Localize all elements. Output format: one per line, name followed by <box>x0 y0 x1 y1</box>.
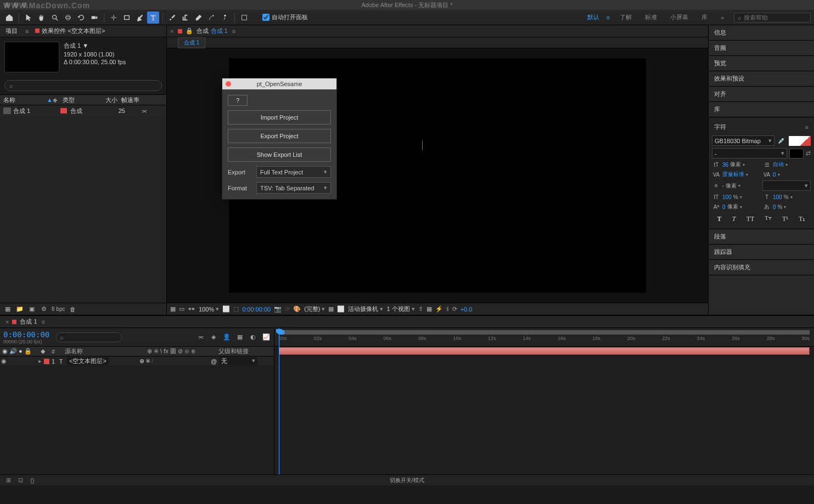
3d-icon[interactable]: 👓 <box>188 305 195 313</box>
search-help-input[interactable] <box>744 14 807 21</box>
workspace-overflow-icon[interactable]: » <box>717 14 727 21</box>
hamburger-icon[interactable]: ≡ <box>42 319 45 325</box>
hscale-value[interactable]: 100 <box>773 194 782 200</box>
sb-icon-2[interactable]: ⊡ <box>16 477 24 484</box>
shy-icon[interactable]: 👤 <box>222 333 231 341</box>
stroke-style-dropdown[interactable]: ▾ <box>762 180 811 191</box>
new-comp-icon[interactable]: ▣ <box>27 305 36 314</box>
traffic-lights[interactable] <box>0 2 27 8</box>
dialog-titlebar[interactable]: pt_OpenSesame <box>222 78 336 89</box>
stroke-width-value[interactable]: - <box>722 183 724 189</box>
panel-audio[interactable]: 音频 <box>709 41 814 56</box>
baseline-value[interactable]: 0 <box>722 204 726 210</box>
draft-3d-icon[interactable]: ◈ <box>209 333 218 341</box>
workspace-tab-standard[interactable]: 标准 <box>642 13 660 21</box>
panel-effects[interactable]: 效果和预设 <box>709 71 814 87</box>
views-dropdown[interactable]: 1 个视图 ▾ <box>386 305 414 313</box>
hamburger-icon[interactable]: ≡ <box>232 28 235 35</box>
camera-dropdown[interactable]: 活动摄像机 ▾ <box>348 305 383 313</box>
grid-icon[interactable]: ▦ <box>170 305 176 313</box>
roto-tool-icon[interactable] <box>206 12 218 24</box>
project-search[interactable]: ⌕ <box>4 80 162 91</box>
channel-icon[interactable]: ⟳ <box>285 305 290 313</box>
current-timecode[interactable]: 0:00:00:00 <box>3 330 49 339</box>
comp-tab[interactable]: 合成 合成 1 <box>197 27 227 35</box>
superscript-button[interactable]: T¹ <box>782 215 788 223</box>
col-size[interactable]: 大小 <box>96 96 117 104</box>
allcaps-button[interactable]: TT <box>746 215 755 223</box>
tsume-value[interactable]: 0 <box>773 204 776 210</box>
share-icon[interactable]: ⇪ <box>418 305 423 313</box>
parent-dropdown[interactable]: 无▾ <box>219 357 257 365</box>
smallcaps-button[interactable]: Tᴛ <box>765 215 772 223</box>
visibility-icon[interactable]: ◉ <box>0 358 8 365</box>
subscript-button[interactable]: T₁ <box>799 215 805 223</box>
vscale-value[interactable]: 100 <box>722 194 732 200</box>
track-area[interactable] <box>274 347 814 474</box>
settings-icon[interactable]: ⚙ <box>40 305 48 314</box>
label-icon[interactable]: ◆ <box>53 97 63 104</box>
project-body[interactable] <box>0 116 166 303</box>
resolution-icon[interactable]: ⬜ <box>222 305 230 313</box>
puppet-tool-icon[interactable] <box>219 12 231 24</box>
timeline-icon[interactable]: ⫴ <box>446 305 449 313</box>
close-tab-icon[interactable]: × <box>170 28 173 35</box>
camera-tool-icon[interactable] <box>88 12 100 24</box>
import-project-button[interactable]: Import Project <box>228 110 331 124</box>
toggle-switches-label[interactable]: 切换开关/模式 <box>390 477 424 484</box>
comp-mini-flowchart-icon[interactable]: ⫘ <box>196 333 205 341</box>
anchor-tool-icon[interactable] <box>108 12 120 24</box>
frame-blend-icon[interactable]: ▦ <box>235 333 244 341</box>
lock-icon[interactable]: 🔒 <box>186 27 193 35</box>
auto-open-panel-checkbox[interactable]: 自动打开面板 <box>262 13 308 21</box>
track-row[interactable] <box>274 347 814 356</box>
timeline-search[interactable]: ⌕ <box>56 332 122 342</box>
panel-content-aware[interactable]: 内容识别填充 <box>709 260 814 275</box>
color-mgmt-icon[interactable]: 🎨 <box>293 305 301 313</box>
sb-icon-3[interactable]: {} <box>29 477 36 484</box>
hamburger-icon[interactable]: ≡ <box>805 124 809 131</box>
3d-view-icon[interactable]: ⬜ <box>337 305 345 313</box>
transparency-icon[interactable]: ▦ <box>328 305 334 313</box>
hamburger-icon[interactable]: ≡ <box>606 14 609 21</box>
workspace-tab-small[interactable]: 小屏幕 <box>667 13 692 21</box>
timeline-layer-row[interactable]: ◉ ▸ 1 T<空文本图层> ⊕※/ @无▾ <box>0 356 274 366</box>
font-size-value[interactable]: 36 <box>722 162 728 168</box>
tab-project[interactable]: 项目 <box>3 26 20 36</box>
timeline-empty[interactable] <box>0 366 274 474</box>
flowchart-icon[interactable]: ⫘ <box>125 107 147 114</box>
snapping-icon[interactable] <box>238 12 250 24</box>
clone-tool-icon[interactable] <box>179 12 192 24</box>
col-type[interactable]: 类型 <box>63 96 96 104</box>
export-type-dropdown[interactable]: Full Text Project▾ <box>256 166 331 178</box>
layer-bar[interactable] <box>279 347 810 355</box>
zoom-tool-icon[interactable] <box>49 12 61 24</box>
bold-button[interactable]: T <box>717 215 722 223</box>
col-fps[interactable]: 帧速率 <box>117 96 139 104</box>
bpc-label[interactable]: 8 bpc <box>52 306 65 312</box>
comp-subtab[interactable]: 合成 1 <box>178 37 205 48</box>
italic-button[interactable]: T <box>732 215 736 223</box>
snapshot-icon[interactable]: 📷 <box>274 305 282 313</box>
show-export-list-button[interactable]: Show Export List <box>228 148 331 162</box>
project-row[interactable]: 合成 1 合成 25 ⫘ <box>0 105 166 116</box>
kerning-value[interactable]: 度量标准 <box>722 171 744 178</box>
panel-preview[interactable]: 预览 <box>709 56 814 71</box>
twirl-icon[interactable]: ▸ <box>38 358 44 365</box>
pen-tool-icon[interactable] <box>134 12 146 24</box>
resolution-dropdown[interactable]: (完整) ▾ <box>304 305 325 313</box>
pickwhip-icon[interactable]: @ <box>211 358 217 365</box>
workspace-tab-libs[interactable]: 库 <box>698 13 711 21</box>
text-tool-icon[interactable] <box>147 12 159 24</box>
eyedropper-icon[interactable]: 💉 <box>777 136 787 146</box>
export-project-button[interactable]: Export Project <box>228 129 331 143</box>
brush-tool-icon[interactable] <box>166 12 178 24</box>
panel-info[interactable]: 信息 <box>709 25 814 41</box>
selection-tool-icon[interactable] <box>23 12 35 24</box>
new-folder-icon[interactable]: 📁 <box>15 305 24 314</box>
timeline-search-input[interactable] <box>64 334 118 341</box>
help-button[interactable]: ? <box>228 95 248 106</box>
interpret-icon[interactable]: ▦ <box>3 305 12 314</box>
motion-blur-icon[interactable]: ◐ <box>249 333 257 341</box>
rotate-tool-icon[interactable] <box>75 12 87 24</box>
